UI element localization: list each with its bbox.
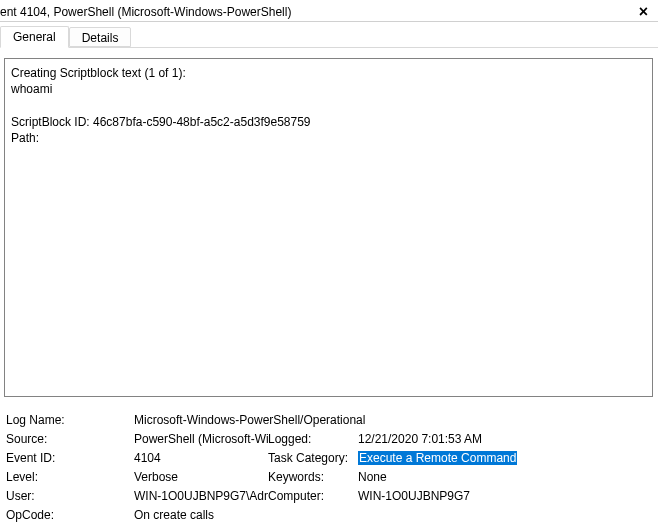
event-message-box[interactable]: Creating Scriptblock text (1 of 1): whoa… bbox=[4, 58, 653, 397]
task-category-value: Execute a Remote Command bbox=[358, 451, 517, 465]
tab-general-label: General bbox=[13, 30, 56, 44]
task-category-value-text: Execute a Remote Command bbox=[358, 451, 517, 465]
user-value: WIN-1O0UJBNP9G7\Admini bbox=[134, 489, 268, 503]
details-grid: Log Name: Microsoft-Windows-PowerShell/O… bbox=[4, 413, 652, 522]
row-user: User: WIN-1O0UJBNP9G7\Admini Computer: W… bbox=[6, 489, 650, 503]
source-label: Source: bbox=[6, 432, 134, 446]
log-name-label: Log Name: bbox=[6, 413, 134, 427]
window-title: ent 4104, PowerShell (Microsoft-Windows-… bbox=[0, 5, 291, 19]
row-opcode: OpCode: On create calls bbox=[6, 508, 650, 522]
keywords-label: Keywords: bbox=[268, 470, 358, 484]
log-name-value: Microsoft-Windows-PowerShell/Operational bbox=[134, 413, 534, 427]
row-event-id: Event ID: 4104 Task Category: Execute a … bbox=[6, 451, 650, 465]
opcode-label: OpCode: bbox=[6, 508, 134, 522]
level-label: Level: bbox=[6, 470, 134, 484]
tab-general[interactable]: General bbox=[0, 26, 69, 48]
logged-value: 12/21/2020 7:01:53 AM bbox=[358, 432, 482, 446]
content-area: Creating Scriptblock text (1 of 1): whoa… bbox=[0, 48, 658, 530]
row-log-name: Log Name: Microsoft-Windows-PowerShell/O… bbox=[6, 413, 650, 427]
tabs-container: General Details bbox=[0, 22, 658, 48]
source-value: PowerShell (Microsoft-Wind bbox=[134, 432, 268, 446]
close-icon[interactable]: × bbox=[635, 4, 652, 20]
tab-details[interactable]: Details bbox=[69, 27, 132, 47]
opcode-value: On create calls bbox=[134, 508, 268, 522]
event-id-value: 4104 bbox=[134, 451, 268, 465]
message-line2: whoami bbox=[11, 82, 52, 96]
level-value: Verbose bbox=[134, 470, 268, 484]
row-level: Level: Verbose Keywords: None bbox=[6, 470, 650, 484]
message-line4: Path: bbox=[11, 131, 39, 145]
computer-value: WIN-1O0UJBNP9G7 bbox=[358, 489, 470, 503]
keywords-value: None bbox=[358, 470, 387, 484]
tab-details-label: Details bbox=[82, 31, 119, 45]
computer-label: Computer: bbox=[268, 489, 358, 503]
titlebar: ent 4104, PowerShell (Microsoft-Windows-… bbox=[0, 0, 658, 22]
message-line1: Creating Scriptblock text (1 of 1): bbox=[11, 66, 186, 80]
message-line3: ScriptBlock ID: 46c87bfa-c590-48bf-a5c2-… bbox=[11, 115, 311, 129]
row-source: Source: PowerShell (Microsoft-Wind Logge… bbox=[6, 432, 650, 446]
task-category-label: Task Category: bbox=[268, 451, 358, 465]
user-label: User: bbox=[6, 489, 134, 503]
logged-label: Logged: bbox=[268, 432, 358, 446]
event-id-label: Event ID: bbox=[6, 451, 134, 465]
